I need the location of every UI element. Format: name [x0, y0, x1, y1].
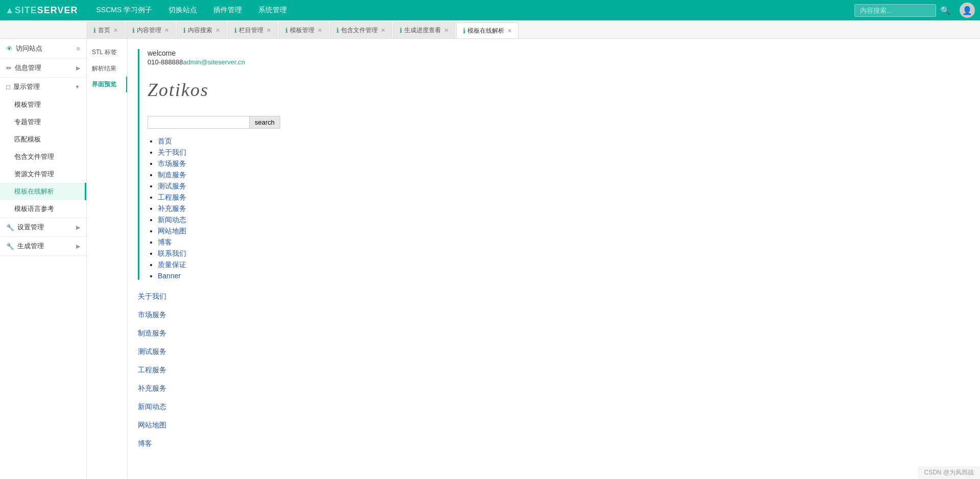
content-link-news[interactable]: 新闻动态	[138, 402, 970, 412]
logo-site: ▲SITE	[5, 5, 37, 15]
tab-close-include[interactable]: ✕	[381, 27, 385, 34]
nav-link-about[interactable]: 关于我们	[158, 148, 186, 156]
sidebar-item-topic-mgmt[interactable]: 专题管理	[0, 113, 86, 131]
content-link-test[interactable]: 测试服务	[138, 347, 970, 356]
tab-icon: ℹ	[132, 27, 135, 34]
content-link-sitemap[interactable]: 网站地图	[138, 421, 970, 430]
nav-item-system[interactable]: 系统管理	[250, 0, 295, 20]
preview-area: welcome 010-888888admin@siteserver.cn Zo…	[128, 39, 980, 479]
nav-link-blog[interactable]: 博客	[158, 238, 172, 246]
email-link[interactable]: admin@siteserver.cn	[183, 58, 245, 66]
sidebar: 👁 访问站点 ≡ ✏ 信息管理 ▶ □ 显示管理 ▼ 模板管理 专题管理 匹配模…	[0, 39, 87, 479]
content-link-market[interactable]: 市场服务	[138, 310, 970, 320]
nav-link-test[interactable]: 测试服务	[158, 182, 186, 190]
preview-border: welcome 010-888888admin@siteserver.cn Zo…	[138, 49, 970, 280]
welcome-text: welcome	[148, 49, 970, 57]
nav-item-switch-site[interactable]: 切换站点	[160, 0, 205, 20]
sidebar-item-match-template[interactable]: 匹配模板	[0, 131, 86, 148]
sidebar-menu-icon[interactable]: ≡	[76, 45, 80, 53]
nav-link-supplement[interactable]: 补充服务	[158, 204, 186, 212]
nav-link-market[interactable]: 市场服务	[158, 159, 186, 167]
global-search-button[interactable]: 🔍	[936, 6, 954, 15]
main-layout: 👁 访问站点 ≡ ✏ 信息管理 ▶ □ 显示管理 ▼ 模板管理 专题管理 匹配模…	[0, 39, 980, 479]
panel-stl-title[interactable]: STL 标签	[87, 44, 127, 61]
nav-link-news[interactable]: 新闻动态	[158, 215, 186, 224]
footer: CSDN @为风而战	[918, 466, 980, 479]
tab-icon: ℹ	[336, 27, 339, 34]
preview-search-input[interactable]	[148, 116, 250, 129]
tab-close-content[interactable]: ✕	[164, 27, 169, 34]
tab-icon: ℹ	[285, 27, 288, 34]
tab-template-parse[interactable]: ℹ 模板在线解析 ✕	[456, 22, 519, 39]
tab-gen-progress[interactable]: ℹ 生成进度查看 ✕	[393, 22, 455, 38]
content-link-blog[interactable]: 博客	[138, 439, 970, 448]
tab-close-template[interactable]: ✕	[317, 27, 322, 34]
sidebar-group-info: ✏ 信息管理 ▶	[0, 59, 86, 78]
tab-close-content-search[interactable]: ✕	[215, 27, 220, 34]
sidebar-group-display: □ 显示管理 ▼ 模板管理 专题管理 匹配模板 包含文件管理 资源文件管理 模板…	[0, 78, 86, 218]
global-search-input[interactable]	[854, 4, 936, 17]
list-item: 首页	[158, 137, 970, 146]
content-area: STL 标签 解析结果 界面预览 welcome 010-888888admin…	[87, 39, 980, 479]
arrow-down-icon: ▼	[75, 84, 80, 90]
brand-logo: Zotikos	[148, 74, 970, 106]
nav-link-engineering[interactable]: 工程服务	[158, 193, 186, 201]
sidebar-item-template-mgmt[interactable]: 模板管理	[0, 96, 86, 113]
panel-ui-preview[interactable]: 界面预览	[87, 77, 127, 92]
tab-bar: ℹ 首页 ✕ ℹ 内容管理 ✕ ℹ 内容搜索 ✕ ℹ 栏目管理 ✕ ℹ 模板管理…	[0, 20, 980, 39]
sidebar-item-template-parse[interactable]: 模板在线解析	[0, 183, 86, 200]
sidebar-item-resource-mgmt[interactable]: 资源文件管理	[0, 165, 86, 183]
nav-link-sitemap[interactable]: 网站地图	[158, 227, 186, 235]
list-item: 市场服务	[158, 159, 970, 169]
tab-icon: ℹ	[183, 27, 186, 34]
content-link-about[interactable]: 关于我们	[138, 292, 970, 301]
generate-icon: 🔧	[6, 243, 14, 250]
content-links: 关于我们 市场服务 制造服务 测试服务 工程服务 补充服务 新闻动态 网站地图 …	[138, 292, 970, 448]
sidebar-item-include-mgmt[interactable]: 包含文件管理	[0, 148, 86, 165]
top-nav-right: 🔍 👤	[854, 3, 975, 18]
sidebar-item-template-lang[interactable]: 模板语言参考	[0, 200, 86, 218]
tab-icon: ℹ	[234, 27, 237, 34]
arrow-icon: ▶	[76, 243, 80, 250]
sidebar-group-generate-title[interactable]: 🔧 生成管理 ▶	[0, 237, 86, 255]
nav-item-sscms[interactable]: SSCMS 学习例子	[88, 0, 161, 20]
list-item: 联系我们	[158, 249, 970, 258]
nav-link-quality[interactable]: 质量保证	[158, 260, 186, 269]
preview-search-button[interactable]: search	[250, 116, 280, 129]
content-link-manufacture[interactable]: 制造服务	[138, 329, 970, 338]
visit-icon: 👁	[6, 45, 13, 53]
user-avatar[interactable]: 👤	[960, 3, 975, 18]
tab-content-search[interactable]: ℹ 内容搜索 ✕	[177, 22, 227, 38]
list-item: Banner	[158, 272, 970, 280]
tab-column-mgmt[interactable]: ℹ 栏目管理 ✕	[228, 22, 278, 38]
panel-parse-result[interactable]: 解析结果	[87, 61, 127, 77]
tab-template-mgmt[interactable]: ℹ 模板管理 ✕	[279, 22, 329, 38]
nav-link-banner[interactable]: Banner	[158, 272, 181, 280]
nav-link-manufacture[interactable]: 制造服务	[158, 171, 186, 179]
nav-link-contact[interactable]: 联系我们	[158, 249, 186, 257]
tab-icon: ℹ	[463, 27, 465, 35]
tab-include-mgmt[interactable]: ℹ 包含文件管理 ✕	[330, 22, 392, 38]
logo-text: ▲SITESERVER	[5, 5, 78, 16]
tab-content-mgmt[interactable]: ℹ 内容管理 ✕	[126, 22, 176, 38]
content-link-engineering[interactable]: 工程服务	[138, 366, 970, 375]
logo[interactable]: ▲SITESERVER	[5, 5, 78, 16]
sidebar-group-settings-title[interactable]: 🔧 设置管理 ▶	[0, 218, 86, 236]
tab-close-gen[interactable]: ✕	[444, 27, 449, 34]
list-item: 工程服务	[158, 193, 970, 202]
list-item: 质量保证	[158, 260, 970, 270]
list-item: 制造服务	[158, 171, 970, 180]
sidebar-visit-site[interactable]: 👁 访问站点 ≡	[0, 39, 86, 59]
nav-link-home[interactable]: 首页	[158, 137, 172, 145]
nav-list: 首页 关于我们 市场服务 制造服务 测试服务 工程服务 补充服务 新闻动态 网站…	[148, 137, 970, 280]
tab-close-column[interactable]: ✕	[266, 27, 271, 34]
sidebar-group-display-title[interactable]: □ 显示管理 ▼	[0, 78, 86, 96]
content-link-supplement[interactable]: 补充服务	[138, 384, 970, 393]
tab-home[interactable]: ℹ 首页 ✕	[87, 22, 125, 38]
nav-item-plugins[interactable]: 插件管理	[205, 0, 250, 20]
arrow-icon: ▶	[76, 65, 80, 71]
sidebar-group-info-title[interactable]: ✏ 信息管理 ▶	[0, 59, 86, 77]
tab-close-parse[interactable]: ✕	[507, 28, 512, 34]
search-row: search	[148, 116, 970, 129]
tab-close-home[interactable]: ✕	[113, 27, 118, 34]
